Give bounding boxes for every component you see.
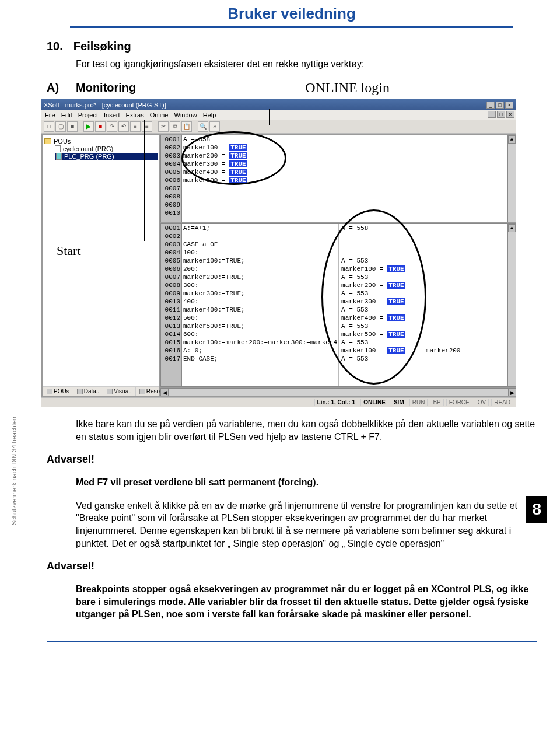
menu-online[interactable]: Online: [150, 111, 169, 118]
page-content: Bruker veiledning 10. Feilsøking For tes…: [0, 0, 560, 665]
status-ov: OV: [475, 399, 489, 406]
menu-insert[interactable]: Insert: [104, 111, 120, 118]
window-title: XSoft - murks.pro* - [cyclecount (PRG-ST…: [44, 102, 166, 109]
section-number: 10.: [47, 40, 63, 53]
footer-rule: [47, 641, 537, 642]
tab-icon: [107, 389, 113, 394]
menu-window[interactable]: Window: [174, 111, 197, 118]
project-tree-panel: POUs cyclecount (PRG) PLC_PRG (PRG) POUs…: [43, 135, 159, 396]
value-col-2: marker200 =: [423, 224, 508, 386]
implementation-pane: 0001000200030004000500060007000800090010…: [160, 223, 516, 387]
scroll-right[interactable]: ▶: [508, 389, 516, 396]
close-button[interactable]: ×: [505, 102, 513, 109]
value-col-1: A = 558A = 553marker100 = TRUEA = 553mar…: [338, 224, 423, 386]
online-login-label: ONLINE login: [305, 80, 390, 96]
scroll-up[interactable]: ▲: [508, 135, 516, 144]
tb-stop[interactable]: ■: [95, 121, 106, 132]
tb-run[interactable]: ▶: [83, 121, 94, 132]
mdi-buttons: _ □ ×: [488, 111, 514, 118]
sub-letter: A): [47, 81, 58, 95]
toolbar: □ ▢ ■ ▶ ■ ↷ ↶ ≡ ≡ ✂ ⧉ 📋 🔍 »: [41, 120, 516, 134]
tb-watch[interactable]: ≡: [142, 121, 152, 132]
tb-findnext[interactable]: »: [209, 121, 220, 132]
menubar: File Edit Project Insert Extras Online W…: [41, 110, 516, 120]
tb-trace[interactable]: ≡: [130, 121, 141, 132]
code-bot[interactable]: A:=A+1;CASE a OF100:marker100:=TRUE;200:…: [182, 224, 338, 386]
declaration-pane: 0001000200030004000500060007000800090010…: [160, 135, 516, 222]
status-run: RUN: [410, 399, 428, 406]
project-tree: POUs cyclecount (PRG) PLC_PRG (PRG): [43, 135, 159, 386]
header-rule: [70, 26, 513, 28]
tree-item-label: PLC_PRG (PRG): [64, 153, 114, 160]
document-icon: [55, 145, 61, 152]
folder-icon: [44, 138, 51, 144]
tb-step2[interactable]: ↶: [118, 121, 129, 132]
page-title: Bruker veiledning: [47, 0, 537, 26]
tree-item-label: cyclecount (PRG): [63, 145, 113, 152]
menu-extras[interactable]: Extras: [126, 111, 144, 118]
intro-text: For test og igangkjøringsfasen eksistere…: [76, 59, 537, 69]
gutter-bot: 0001000200030004000500060007000800090010…: [161, 224, 182, 386]
window-buttons: _ □ ×: [487, 102, 513, 109]
statusbar: Lin.: 1, Col.: 1 ONLINE SIM RUN BP FORCE…: [41, 397, 516, 407]
scroll-left[interactable]: ◀: [160, 389, 169, 396]
sub-title: Monitoring: [76, 81, 136, 95]
menu-file[interactable]: File: [45, 111, 55, 118]
tb-paste[interactable]: 📋: [181, 121, 192, 132]
tree-root-label: POUs: [54, 138, 71, 145]
maximize-button[interactable]: □: [496, 102, 504, 109]
scrollbar-v[interactable]: ▲: [508, 135, 516, 222]
mdi-close[interactable]: ×: [506, 111, 514, 118]
scrollbar-h[interactable]: ◀ ▶: [160, 388, 516, 396]
tab-icon: [47, 389, 52, 394]
status-online: ONLINE: [360, 399, 388, 406]
titlebar: XSoft - murks.pro* - [cyclecount (PRG-ST…: [41, 100, 516, 110]
mdi-min[interactable]: _: [488, 111, 496, 118]
paragraph-2: Ved ganske enkelt å klikke på en av de m…: [76, 499, 537, 550]
tree-item-cyclecount[interactable]: cyclecount (PRG): [55, 145, 158, 152]
tb-step[interactable]: ↷: [107, 121, 117, 132]
document-icon: [56, 153, 62, 160]
mdi-max[interactable]: □: [497, 111, 505, 118]
tab-data[interactable]: Data..: [74, 387, 104, 396]
tb-copy[interactable]: ⧉: [170, 121, 180, 132]
tab-pous[interactable]: POUs: [43, 387, 74, 396]
tb-find[interactable]: 🔍: [198, 121, 208, 132]
tab-visu[interactable]: Visua..: [103, 387, 135, 396]
warning-2-body: Breakpoints stopper også eksekveringen a…: [76, 583, 537, 621]
gutter-top: 0001000200030004000500060007000800090010: [161, 135, 182, 222]
workspace: POUs cyclecount (PRG) PLC_PRG (PRG) POUs…: [41, 134, 516, 397]
minimize-button[interactable]: _: [487, 102, 495, 109]
scrollbar-v[interactable]: ▲: [508, 224, 516, 386]
warning-1-body: Med F7 vil preset verdiene bli satt perm…: [76, 476, 537, 489]
tb-save[interactable]: ■: [67, 121, 78, 132]
tree-root[interactable]: POUs: [44, 138, 158, 145]
paragraph-1: Ikke bare kan du se på verdien på variab…: [76, 418, 537, 443]
status-force: FORCE: [446, 399, 473, 406]
tb-open[interactable]: ▢: [55, 121, 66, 132]
code-area: 0001000200030004000500060007000800090010…: [160, 135, 516, 396]
tab-icon: [139, 389, 145, 394]
status-sim: SIM: [391, 399, 407, 406]
menu-project[interactable]: Project: [78, 111, 98, 118]
menu-help[interactable]: Help: [203, 111, 216, 118]
scroll-up[interactable]: ▲: [508, 224, 516, 232]
page-number-box: 8: [526, 496, 547, 523]
section-title: Feilsøking: [74, 40, 131, 53]
tb-new[interactable]: □: [44, 121, 54, 132]
tab-icon: [77, 389, 83, 394]
menu-edit[interactable]: Edit: [61, 111, 72, 118]
tb-cut[interactable]: ✂: [158, 121, 169, 132]
tree-tabs: POUs Data.. Visua.. Reso..: [43, 386, 159, 396]
status-lincol: Lin.: 1, Col.: 1: [314, 399, 359, 406]
status-read: READ: [491, 399, 513, 406]
code-top[interactable]: A = 558 marker100 = TRUE marker200 = TRU…: [182, 135, 508, 222]
warning-1-title: Advarsel!: [47, 453, 537, 466]
xsoft-window: XSoft - murks.pro* - [cyclecount (PRG-ST…: [41, 99, 516, 407]
warning-2-title: Advarsel!: [47, 560, 537, 572]
status-bp: BP: [430, 399, 443, 406]
tree-item-plcprg[interactable]: PLC_PRG (PRG): [55, 153, 158, 160]
